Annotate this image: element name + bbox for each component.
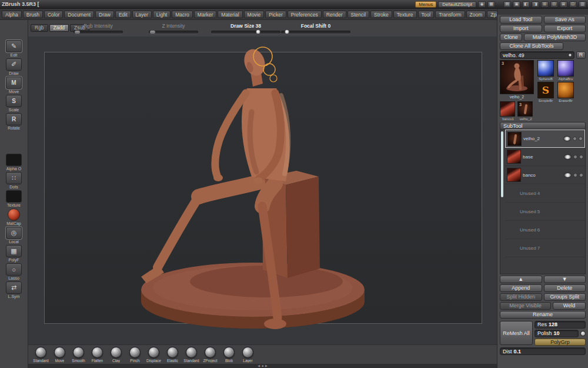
visibility-eye-icon[interactable] (563, 136, 571, 141)
menus-button[interactable]: Menus (415, 1, 436, 8)
weld-button[interactable]: Weld (553, 302, 586, 310)
brush-elastic[interactable]: Elastic (165, 347, 181, 363)
split-hidden-button[interactable]: Split Hidden (500, 293, 542, 301)
subtool-down-button[interactable]: ▼ (544, 276, 586, 283)
titlebar-icon-6[interactable]: ◨ (532, 1, 539, 8)
scroll-right-icon[interactable]: ▶ (265, 364, 268, 367)
subtool-scrollbar[interactable] (501, 131, 503, 197)
active-tool-slider[interactable]: velho. 49 (500, 51, 574, 59)
brush-smooth[interactable]: Smooth (71, 347, 86, 363)
edit-mode-item[interactable]: ✎ Edit (2, 40, 26, 58)
import-button[interactable]: Import (500, 25, 542, 32)
default-zscript-button[interactable]: DefaultZScript (438, 1, 476, 8)
alpha-selector-item[interactable]: Alpha O (2, 154, 26, 172)
brush-move[interactable]: Move (52, 347, 68, 363)
subtool-row-unused[interactable]: Unused 4 (505, 184, 585, 203)
brush-standard-2[interactable]: Standard (183, 347, 199, 363)
titlebar-icon-11[interactable]: ▥ (579, 1, 586, 8)
menu-material[interactable]: Material (218, 11, 242, 18)
save-as-button[interactable]: Save As (544, 16, 586, 24)
menu-layer[interactable]: Layer (132, 11, 152, 18)
clone-button[interactable]: Clone (500, 34, 522, 41)
menu-stroke[interactable]: Stroke (370, 11, 392, 18)
menu-render[interactable]: Render (323, 11, 346, 18)
subtool-row-base[interactable]: base (505, 148, 585, 166)
subtool-thumbnail[interactable] (507, 132, 522, 146)
polish-toggle-icon[interactable] (580, 331, 586, 336)
subtool-mini-icon[interactable] (573, 137, 577, 141)
titlebar-icon-4[interactable]: ▣ (513, 1, 520, 8)
menu-stencil[interactable]: Stencil (348, 11, 370, 18)
material-selector-item[interactable]: MatCap (2, 208, 26, 227)
scroll-left-icon[interactable]: ◀ (258, 364, 260, 367)
menu-marker[interactable]: Marker (194, 11, 216, 18)
draw-mode-item[interactable]: ✐ Draw (2, 58, 26, 77)
brush-zproject[interactable]: ZProject (202, 347, 218, 363)
menu-edit[interactable]: Edit (115, 11, 131, 18)
subtool-mini-icon[interactable] (579, 155, 583, 159)
subtool-row-banco[interactable]: banco (505, 166, 585, 184)
move-mode-item[interactable]: M Move (2, 77, 26, 95)
rgb-intensity-slider[interactable]: Rgb Intensity (74, 23, 123, 34)
subtool-row-velho2[interactable]: velho_2 (505, 130, 585, 148)
focal-shift-track[interactable] (281, 31, 350, 34)
visibility-eye-icon[interactable] (564, 173, 572, 178)
polyframe-item[interactable]: ▦ PolyF (2, 245, 26, 263)
z-intensity-slider[interactable]: Z Intensity (149, 23, 198, 34)
make-polymesh3d-button[interactable]: Make PolyMesh3D (524, 34, 586, 41)
eraserbrush-tool-thumbnail[interactable] (557, 82, 574, 98)
rotate-mode-item[interactable]: R Rotate (2, 113, 26, 131)
alphabrush-tool-thumbnail[interactable] (557, 60, 574, 77)
lasso-item[interactable]: ○ Lasso (2, 263, 26, 281)
draw-size-slider[interactable]: Draw Size 38 (211, 23, 280, 34)
titlebar-icon-2[interactable]: ▦ (487, 1, 495, 8)
menu-zoom[interactable]: Zoom (466, 11, 486, 18)
local-transform-item[interactable]: ◎ Local (2, 227, 26, 245)
simplebrush-tool-thumbnail[interactable]: S (537, 82, 554, 98)
append-button[interactable]: Append (500, 284, 542, 292)
remesh-all-button[interactable]: ReMesh All (500, 321, 533, 345)
texture-selector-item[interactable]: Texture (2, 190, 26, 208)
subtool-thumbnail[interactable] (507, 168, 521, 182)
menu-preferences[interactable]: Preferences (288, 11, 322, 18)
menu-alpha[interactable]: Alpha (2, 11, 22, 18)
rgb-intensity-handle[interactable] (75, 31, 80, 34)
load-tool-button[interactable]: Load Tool (500, 16, 542, 24)
menu-brush[interactable]: Brush (23, 11, 43, 18)
dist-slider[interactable]: Dist 0.1 (500, 347, 586, 355)
subtool-mini-icon[interactable] (579, 137, 583, 141)
menu-color[interactable]: Color (44, 11, 63, 18)
sculpt-viewport[interactable] (28, 37, 497, 344)
rgb-intensity-track[interactable] (74, 31, 123, 34)
draw-size-track[interactable] (211, 31, 280, 34)
banco-tool-thumbnail[interactable] (500, 101, 515, 117)
subtool-row-unused[interactable]: Unused 6 (505, 221, 585, 239)
titlebar-icon-7[interactable]: ⊞ (541, 1, 549, 8)
res-slider[interactable]: Res 128 (534, 321, 586, 329)
stroke-selector-item[interactable]: ∷ Dots (2, 172, 26, 190)
subtool-mini-icon[interactable] (579, 173, 583, 177)
export-button[interactable]: Export (544, 25, 586, 32)
menu-light[interactable]: Light (153, 11, 171, 18)
focal-shift-handle[interactable] (285, 29, 289, 34)
sphereb-tool-thumbnail[interactable] (537, 60, 554, 77)
brush-layer[interactable]: Layer (240, 347, 256, 363)
brush-pinch[interactable]: Pinch (127, 347, 143, 363)
horizontal-scrollbar[interactable]: ◀ ■ ▶ (28, 364, 497, 368)
tool-slider-handle[interactable] (569, 54, 572, 57)
menu-draw[interactable]: Draw (95, 11, 114, 18)
restore-config-button[interactable]: R (576, 51, 586, 59)
draw-size-handle[interactable] (256, 29, 260, 34)
menu-transform[interactable]: Transform (435, 11, 465, 18)
clone-all-subtools-button[interactable]: Clone All SubTools (500, 42, 563, 50)
titlebar-icon-5[interactable]: ◧ (522, 1, 530, 8)
visibility-eye-icon[interactable] (564, 154, 572, 160)
brush-standard[interactable]: Standard (33, 347, 49, 363)
scale-mode-item[interactable]: S Scale (2, 95, 26, 113)
titlebar-icon-10[interactable]: ⊡ (569, 1, 577, 8)
subtool-row-unused[interactable]: Unused 7 (505, 239, 585, 257)
subtool-up-button[interactable]: ▲ (500, 276, 542, 283)
rename-button[interactable]: Rename (500, 311, 586, 319)
menu-document[interactable]: Document (64, 11, 94, 18)
velho-tool-thumbnail[interactable]: 3 (517, 101, 533, 117)
